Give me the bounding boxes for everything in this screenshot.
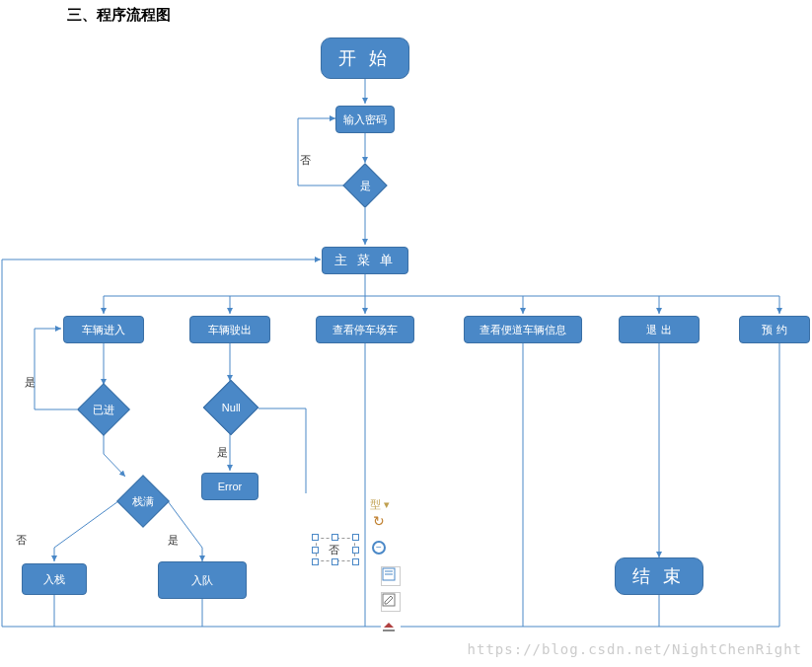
tool-text-icon[interactable]: [381, 566, 401, 586]
edge-label-yes: 是: [25, 375, 36, 390]
node-car-out: 车辆驶出: [189, 316, 270, 343]
edge-label-yes2: 是: [217, 445, 228, 460]
selected-text: 否: [329, 543, 339, 557]
resize-handle-n[interactable]: [332, 534, 338, 541]
node-main-menu: 主 菜 单: [322, 247, 408, 274]
resize-handle-e[interactable]: [352, 547, 359, 554]
delete-icon[interactable]: −: [372, 541, 386, 555]
node-car-in: 车辆进入: [63, 316, 144, 343]
resize-handle-se[interactable]: [352, 558, 359, 565]
tool-fill-icon[interactable]: [381, 618, 401, 637]
node-end: 结 束: [615, 557, 703, 595]
node-start: 开 始: [321, 37, 409, 79]
edge-label-yes3: 是: [168, 533, 179, 548]
node-view-lane: 查看便道车辆信息: [464, 316, 582, 343]
node-input-password: 输入密码: [335, 106, 395, 133]
tool-edit-icon[interactable]: [381, 592, 401, 612]
rotate-icon[interactable]: ↻: [373, 513, 385, 529]
resize-handle-w[interactable]: [312, 547, 319, 554]
format-hint-icon[interactable]: 型 ▾: [370, 497, 390, 512]
resize-handle-nw[interactable]: [312, 534, 319, 541]
resize-handle-s[interactable]: [332, 558, 338, 565]
resize-handle-sw[interactable]: [312, 558, 319, 565]
svg-rect-26: [383, 630, 395, 631]
node-enqueue: 入队: [158, 561, 247, 599]
node-error: Error: [201, 473, 258, 500]
node-view-lot: 查看停车场车: [316, 316, 414, 343]
resize-handle-ne[interactable]: [352, 534, 359, 541]
node-exit: 退 出: [619, 316, 700, 343]
node-reserve: 预 约: [739, 316, 810, 343]
edge-label-no: 否: [300, 153, 311, 168]
flowchart-canvas: 三、程序流程图: [0, 0, 812, 667]
node-push-stack: 入栈: [22, 563, 87, 595]
watermark: https://blog.csdn.net/NightChenRight: [468, 641, 802, 657]
edge-label-no2: 否: [16, 533, 27, 548]
